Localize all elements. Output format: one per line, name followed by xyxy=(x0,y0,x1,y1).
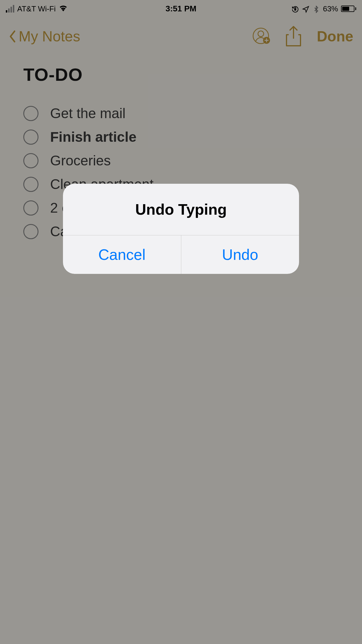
undo-dialog: Undo Typing Cancel Undo xyxy=(63,184,299,274)
dialog-title: Undo Typing xyxy=(63,184,299,235)
modal-overlay: Undo Typing Cancel Undo xyxy=(0,0,362,644)
undo-button[interactable]: Undo xyxy=(181,235,299,274)
cancel-button[interactable]: Cancel xyxy=(63,235,181,274)
dialog-buttons: Cancel Undo xyxy=(63,235,299,274)
